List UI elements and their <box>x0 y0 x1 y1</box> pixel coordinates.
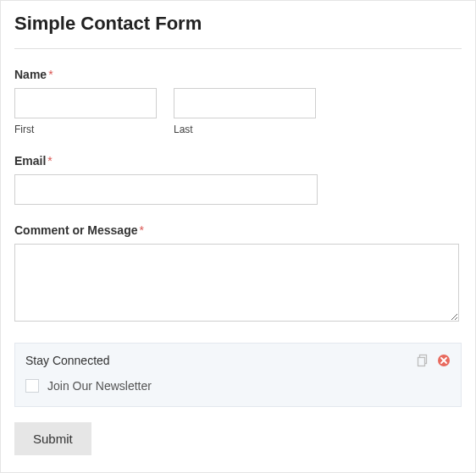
required-marker: * <box>47 154 52 168</box>
last-name-sublabel: Last <box>174 124 316 135</box>
newsletter-checkbox[interactable] <box>25 379 39 393</box>
divider <box>14 48 462 49</box>
first-name-input[interactable] <box>14 88 157 118</box>
stay-connected-actions <box>417 354 451 367</box>
svg-rect-1 <box>418 358 425 366</box>
required-marker: * <box>139 223 143 237</box>
stay-connected-title: Stay Connected <box>25 354 110 367</box>
last-name-input[interactable] <box>174 88 316 118</box>
submit-button[interactable]: Submit <box>14 422 91 455</box>
name-label: Name* <box>14 68 462 81</box>
comment-label-text: Comment or Message <box>14 223 137 237</box>
newsletter-checkbox-row: Join Our Newsletter <box>25 379 451 393</box>
first-name-col: First <box>14 88 157 135</box>
first-name-sublabel: First <box>14 124 157 135</box>
stay-connected-block[interactable]: Stay Connected Joi <box>14 343 462 407</box>
required-marker: * <box>48 68 53 81</box>
name-row: First Last <box>14 88 462 135</box>
email-label: Email* <box>14 154 462 168</box>
stay-connected-header: Stay Connected <box>25 354 451 367</box>
comment-label: Comment or Message* <box>14 223 462 237</box>
page-title: Simple Contact Form <box>14 13 462 35</box>
contact-form-container: Simple Contact Form Name* First Last Ema… <box>0 0 476 473</box>
comment-input[interactable] <box>14 244 459 322</box>
email-input[interactable] <box>14 174 318 205</box>
duplicate-icon[interactable] <box>417 354 430 367</box>
last-name-col: Last <box>174 88 316 135</box>
comment-field: Comment or Message* <box>14 223 462 324</box>
email-label-text: Email <box>14 154 46 168</box>
name-label-text: Name <box>14 68 47 81</box>
email-field: Email* <box>14 154 462 205</box>
delete-icon[interactable] <box>437 354 451 367</box>
name-field: Name* First Last <box>14 68 462 135</box>
newsletter-checkbox-label: Join Our Newsletter <box>47 379 152 393</box>
